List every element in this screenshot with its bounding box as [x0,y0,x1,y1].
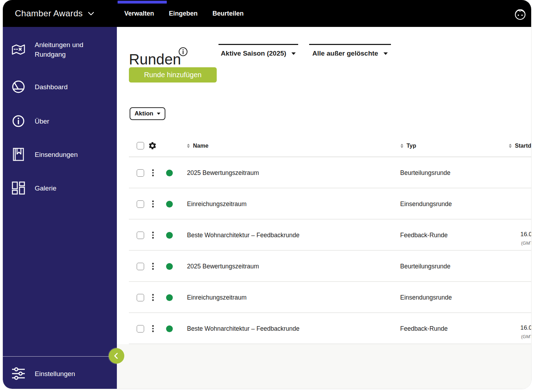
status-filter-label: Alle außer gelöschte [312,50,378,57]
round-name[interactable]: Einreichungszeitraum [187,282,392,313]
row-menu-icon[interactable] [150,157,155,188]
map-icon [11,42,25,57]
round-start-cell [509,157,531,188]
column-header-start[interactable]: Startdatum [515,143,531,149]
nav-verwalten[interactable]: Verwalten [124,10,154,17]
table-row: Einreichungszeitraum Einsendungsrunde [117,282,531,313]
row-checkbox[interactable] [137,325,144,333]
table-header: Name Typ Startdatum [117,135,531,157]
row-menu-icon[interactable] [150,251,155,282]
gauge-icon [11,80,25,94]
row-checkbox[interactable] [137,232,144,239]
round-type: Einsendungsrunde [400,282,503,313]
round-start-cell: 16.07.2025 (GMT +00:00) [509,313,531,344]
sidebar-item-label: Über [35,117,102,126]
status-dot-active [166,201,173,208]
column-header-name[interactable]: Name [193,143,209,149]
nav-eingeben[interactable]: Eingeben [169,10,198,17]
round-start-cell [509,188,531,220]
sidebar-item-label: Einstellungen [35,369,102,379]
sort-type-control[interactable] [400,144,403,148]
row-checkbox[interactable] [137,294,144,301]
sidebar-item-einsendungen[interactable]: Einsendungen [11,144,113,164]
workspace-switcher[interactable]: Chamber Awards [15,0,94,27]
row-menu-icon[interactable] [150,220,155,251]
sidebar-item-label: Anleitungen und Rundgang [35,40,102,59]
round-name[interactable]: Beste Wohnarchitektur – Feedbackrunde [187,220,392,251]
action-label: Aktion [135,110,153,117]
round-name[interactable]: Einreichungszeitraum [187,188,392,220]
top-header: Chamber Awards Verwalten Eingeben Beurte… [3,0,531,27]
table-settings-gear-icon[interactable] [148,135,157,157]
sidebar-item-einstellungen[interactable]: Einstellungen [11,364,113,384]
sidebar-item-label: Dashboard [35,82,102,92]
sliders-icon [11,367,25,381]
top-nav: Verwalten Eingeben Beurteilen [124,0,244,27]
round-type: Beurteilungsrunde [400,157,503,188]
status-dot-active [166,232,173,239]
status-dot-active [166,294,173,301]
status-dot-active [166,170,173,176]
sidebar: Anleitungen und Rundgang Dashboard Ü [3,27,117,389]
row-checkbox[interactable] [137,263,144,270]
start-date-value: 16.07.2025 [520,231,531,238]
row-menu-icon[interactable] [150,313,155,344]
status-filter-dropdown[interactable]: Alle außer gelöschte [309,44,391,57]
sidebar-item-ueber[interactable]: Über [11,111,113,131]
table-row: Beste Wohnarchitektur – Feedbackrunde Fe… [117,313,531,344]
sort-name-control[interactable] [187,144,190,148]
table-row: Einreichungszeitraum Einsendungsrunde [117,188,531,220]
round-name[interactable]: 2025 Bewertungszeitraum [187,251,392,282]
main-content: Runden Aktive Saison (2025) Alle außer g… [117,27,531,389]
brand-title: Chamber Awards [15,8,83,18]
sort-start-control[interactable] [509,144,512,148]
table-row: Beste Wohnarchitektur – Feedbackrunde Fe… [117,220,531,251]
round-type: Feedback-Runde [400,220,503,251]
page-title: Runden [129,50,181,69]
round-start-cell [509,251,531,282]
nav-beurteilen[interactable]: Beurteilen [212,10,244,17]
grid-icon [11,181,25,195]
status-dot-active [166,325,173,332]
action-dropdown-button[interactable]: Aktion [130,107,165,120]
start-timezone: (GMT +00:00) [521,334,531,340]
chevron-left-icon [113,352,120,359]
user-avatar-icon[interactable] [513,8,527,21]
row-checkbox[interactable] [137,200,144,208]
caret-down-icon [384,52,388,55]
start-date-value: 16.07.2025 [520,324,531,332]
table-row: 2025 Bewertungszeitraum Beurteilungsrund… [117,157,531,188]
status-dot-active [166,263,173,270]
season-filter-dropdown[interactable]: Aktive Saison (2025) [218,44,298,57]
round-start-cell: 16.07.2025 (GMT +00:00) [509,220,531,251]
add-round-button[interactable]: Runde hinzufügen [129,67,217,83]
app-window: Chamber Awards Verwalten Eingeben Beurte… [3,0,531,389]
active-tab-indicator [118,1,167,4]
caret-down-icon [291,52,296,55]
round-type: Beurteilungsrunde [400,251,503,282]
bookmark-icon [11,147,25,161]
row-menu-icon[interactable] [150,282,155,313]
round-type: Feedback-Runde [400,313,503,344]
info-icon [11,114,25,128]
chevron-down-icon [88,12,94,16]
sidebar-item-dashboard[interactable]: Dashboard [11,77,113,97]
content-footer-area [117,344,531,389]
round-start-cell [509,282,531,313]
row-checkbox[interactable] [137,169,144,177]
row-menu-icon[interactable] [150,188,155,220]
column-header-type[interactable]: Typ [407,143,416,149]
select-all-checkbox[interactable] [137,142,144,149]
round-name[interactable]: Beste Wohnarchitektur – Feedbackrunde [187,313,392,344]
sidebar-item-galerie[interactable]: Galerie [11,178,113,198]
sidebar-collapse-button[interactable] [109,348,124,364]
sidebar-divider [3,356,117,357]
season-filter-label: Aktive Saison (2025) [221,50,286,57]
caret-down-icon [157,113,160,115]
sidebar-item-label: Galerie [35,183,102,193]
sidebar-item-anleitungen[interactable]: Anleitungen und Rundgang [11,40,113,59]
rounds-table-body: 2025 Bewertungszeitraum Beurteilungsrund… [117,157,531,344]
table-row: 2025 Bewertungszeitraum Beurteilungsrund… [117,251,531,282]
round-name[interactable]: 2025 Bewertungszeitraum [187,157,392,188]
title-info-icon[interactable] [178,47,188,56]
